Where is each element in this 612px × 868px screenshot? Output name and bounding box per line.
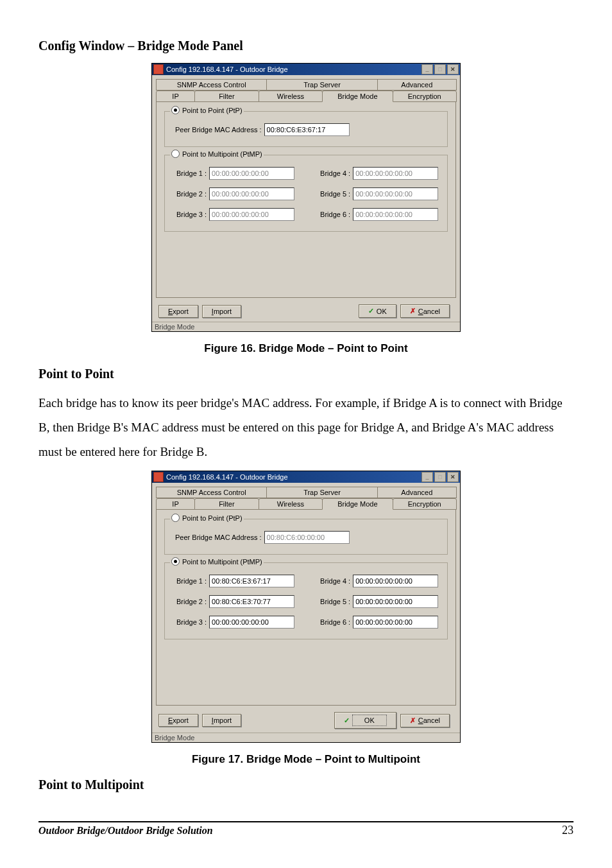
bridge1-input[interactable]	[209, 575, 294, 587]
dialog2-title: Config 192.168.4.147 - Outdoor Bridge	[166, 473, 420, 481]
bridge2-label: Bridge 2 :	[176, 598, 207, 605]
heading-config-window: Config Window – Bridge Mode Panel	[38, 39, 574, 53]
bridge5-label: Bridge 5 :	[320, 190, 350, 198]
radio-ptmp[interactable]	[171, 557, 180, 566]
radio-ptmp[interactable]	[171, 150, 180, 158]
tab-encryption[interactable]: Encryption	[393, 498, 457, 510]
peer-input[interactable]	[264, 123, 350, 136]
maximize-button[interactable]: □	[434, 64, 446, 74]
page-number: 23	[562, 824, 574, 837]
group-ptp-label[interactable]: Point to Point (PtP)	[170, 106, 244, 114]
radio-ptp-text: Point to Point (PtP)	[182, 514, 242, 522]
tab-wireless[interactable]: Wireless	[259, 498, 323, 510]
radio-ptmp-text: Point to Multipoint (PtMP)	[182, 150, 262, 158]
group-ptmp: Point to Multipoint (PtMP) Bridge 1 : Br…	[164, 562, 448, 639]
button-row: Export Import ✓OK ✗Cancel	[152, 708, 460, 733]
minimize-button[interactable]: _	[421, 472, 433, 482]
heading-ptp: Point to Point	[38, 367, 574, 381]
ok-button[interactable]: ✓OK	[334, 712, 396, 729]
tab-snmp[interactable]: SNMP Access Control	[156, 487, 267, 498]
tab-ip[interactable]: IP	[156, 498, 195, 510]
dialog2-wrapper: Config 192.168.4.147 - Outdoor Bridge _ …	[38, 471, 574, 743]
x-icon: ✗	[410, 716, 416, 725]
tab-encryption[interactable]: Encryption	[393, 91, 457, 102]
bridge4-input[interactable]	[353, 167, 438, 180]
dialog1-titlebar: Config 192.168.4.147 - Outdoor Bridge _ …	[152, 64, 460, 75]
bridge5-label: Bridge 5 :	[320, 598, 350, 605]
bridge6-input[interactable]	[353, 208, 438, 221]
bridge2-input[interactable]	[209, 595, 294, 608]
tab-trap[interactable]: Trap Server	[266, 487, 377, 498]
bridge6-label: Bridge 6 :	[320, 618, 350, 626]
radio-ptp[interactable]	[171, 106, 180, 114]
bridge5-input[interactable]	[353, 595, 438, 608]
heading-ptmp: Point to Multipoint	[38, 777, 574, 792]
bridge1-label: Bridge 1 :	[176, 169, 207, 177]
group-ptmp: Point to Multipoint (PtMP) Bridge 1 : Br…	[164, 155, 448, 232]
bridge4-input[interactable]	[353, 575, 438, 587]
radio-ptp-text: Point to Point (PtP)	[182, 107, 242, 114]
minimize-button[interactable]: _	[421, 64, 433, 74]
bridge5-input[interactable]	[353, 187, 438, 200]
dialog2: Config 192.168.4.147 - Outdoor Bridge _ …	[151, 471, 461, 743]
tab-snmp[interactable]: SNMP Access Control	[156, 79, 267, 91]
footer-title: Outdoor Bridge/Outdoor Bridge Solution	[38, 825, 562, 837]
bridge2-label: Bridge 2 :	[176, 190, 207, 198]
ok-button[interactable]: ✓OK	[359, 304, 396, 318]
tab-advanced[interactable]: Advanced	[377, 487, 457, 498]
dialog1: Config 192.168.4.147 - Outdoor Bridge _ …	[151, 63, 461, 332]
import-button[interactable]: Import	[202, 714, 241, 727]
dialog1-title: Config 192.168.4.147 - Outdoor Bridge	[166, 65, 420, 73]
bridge1-label: Bridge 1 :	[176, 577, 207, 585]
group-ptp: Point to Point (PtP) Peer Bridge MAC Add…	[164, 519, 448, 555]
check-icon: ✓	[368, 307, 374, 315]
radio-ptmp-text: Point to Multipoint (PtMP)	[182, 558, 262, 566]
tab-filter[interactable]: Filter	[194, 91, 259, 102]
check-icon: ✓	[344, 716, 350, 725]
export-button[interactable]: Export	[158, 305, 198, 318]
export-button[interactable]: Export	[158, 714, 198, 727]
ptp-paragraph: Each bridge has to know its peer bridge'…	[38, 391, 574, 464]
cancel-button[interactable]: ✗Cancel	[400, 304, 450, 318]
app-icon	[153, 64, 164, 74]
group-ptp: Point to Point (PtP) Peer Bridge MAC Add…	[164, 111, 448, 147]
group-ptmp-label[interactable]: Point to Multipoint (PtMP)	[170, 150, 264, 158]
close-button[interactable]: ✕	[447, 64, 459, 74]
close-button[interactable]: ✕	[447, 472, 459, 482]
tab-wireless[interactable]: Wireless	[259, 91, 323, 102]
bridge6-label: Bridge 6 :	[320, 211, 350, 218]
dialog1-wrapper: Config 192.168.4.147 - Outdoor Bridge _ …	[38, 63, 574, 332]
tab-content: Point to Point (PtP) Peer Bridge MAC Add…	[156, 101, 456, 298]
group-ptmp-label[interactable]: Point to Multipoint (PtMP)	[170, 557, 264, 566]
maximize-button[interactable]: □	[434, 472, 446, 482]
page-footer: Outdoor Bridge/Outdoor Bridge Solution 2…	[38, 821, 574, 837]
bridge4-label: Bridge 4 :	[320, 577, 350, 585]
tab-bridgemode[interactable]: Bridge Mode	[322, 91, 393, 102]
tab-content: Point to Point (PtP) Peer Bridge MAC Add…	[156, 509, 456, 706]
bridge2-input[interactable]	[209, 187, 294, 200]
peer-label: Peer Bridge MAC Address :	[175, 534, 262, 541]
tab-advanced[interactable]: Advanced	[377, 79, 457, 91]
bridge3-label: Bridge 3 :	[176, 618, 207, 626]
radio-ptp[interactable]	[171, 514, 180, 522]
cancel-button[interactable]: ✗Cancel	[400, 714, 450, 727]
peer-label: Peer Bridge MAC Address :	[175, 126, 262, 134]
dialog2-titlebar: Config 192.168.4.147 - Outdoor Bridge _ …	[152, 471, 460, 483]
tab-trap[interactable]: Trap Server	[266, 79, 377, 91]
tab-bridgemode[interactable]: Bridge Mode	[322, 498, 393, 510]
bridge4-label: Bridge 4 :	[320, 169, 350, 177]
import-button[interactable]: Import	[202, 305, 241, 318]
figure17-caption: Figure 17. Bridge Mode – Point to Multip…	[38, 753, 574, 766]
group-ptp-label[interactable]: Point to Point (PtP)	[170, 514, 244, 522]
bridge1-input[interactable]	[209, 167, 294, 180]
bridge3-input[interactable]	[209, 616, 294, 629]
bridge6-input[interactable]	[353, 616, 438, 629]
x-icon: ✗	[410, 307, 416, 315]
tab-filter[interactable]: Filter	[194, 498, 259, 510]
status-bar: Bridge Mode	[152, 733, 460, 742]
bridge3-input[interactable]	[209, 208, 294, 221]
tab-ip[interactable]: IP	[156, 91, 195, 102]
figure16-caption: Figure 16. Bridge Mode – Point to Point	[38, 342, 574, 355]
peer-input[interactable]	[264, 531, 350, 544]
status-bar: Bridge Mode	[152, 322, 460, 331]
